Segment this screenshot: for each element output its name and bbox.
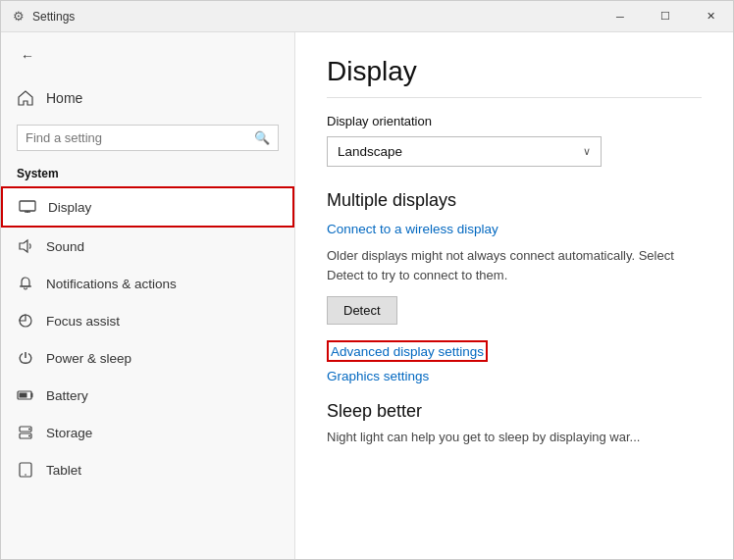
- sleep-title: Sleep better: [327, 401, 702, 422]
- sidebar-item-battery[interactable]: Battery: [1, 377, 294, 414]
- sidebar-section-label: System: [1, 163, 294, 186]
- sidebar-item-tablet-label: Tablet: [46, 463, 81, 478]
- focus-icon: [17, 312, 34, 330]
- sidebar-item-notifications-label: Notifications & actions: [46, 277, 177, 291]
- sleep-desc: Night light can help you get to sleep by…: [327, 428, 700, 447]
- notifications-icon: [17, 275, 34, 292]
- sidebar-item-home[interactable]: Home: [1, 79, 294, 117]
- titlebar-left: ⚙ Settings: [13, 9, 75, 24]
- home-icon: [17, 89, 34, 107]
- back-icon: ←: [21, 48, 34, 64]
- sidebar-item-sound[interactable]: Sound: [1, 228, 294, 265]
- storage-icon: [17, 424, 34, 441]
- minimize-button[interactable]: ─: [598, 1, 643, 32]
- sidebar-item-notifications[interactable]: Notifications & actions: [1, 265, 294, 302]
- sidebar: ← Home 🔍 System: [1, 32, 295, 559]
- page-title: Display: [327, 56, 702, 98]
- sidebar-nav-top: ←: [1, 32, 294, 79]
- detect-button[interactable]: Detect: [327, 296, 397, 325]
- search-box[interactable]: 🔍: [17, 125, 279, 151]
- display-icon: [19, 198, 36, 216]
- settings-window: ⚙ Settings ─ ☐ ✕ ← Home: [0, 0, 734, 560]
- sidebar-item-storage[interactable]: Storage: [1, 414, 294, 451]
- sidebar-item-tablet[interactable]: Tablet: [1, 451, 294, 488]
- sidebar-item-battery-label: Battery: [46, 388, 88, 403]
- titlebar: ⚙ Settings ─ ☐ ✕: [1, 1, 733, 32]
- orientation-dropdown[interactable]: Landscape ∨: [327, 136, 602, 167]
- svg-rect-0: [20, 201, 35, 211]
- sidebar-item-focus-label: Focus assist: [46, 314, 120, 329]
- sidebar-item-storage-label: Storage: [46, 426, 92, 440]
- search-input[interactable]: [26, 130, 248, 145]
- svg-point-11: [28, 435, 30, 437]
- older-displays-text: Older displays might not always connect …: [327, 246, 700, 284]
- titlebar-controls: ─ ☐ ✕: [598, 1, 733, 32]
- search-icon: 🔍: [254, 130, 270, 145]
- main-content: Display Display orientation Landscape ∨ …: [295, 32, 733, 559]
- tablet-icon: [17, 461, 34, 479]
- advanced-display-link[interactable]: Advanced display settings: [331, 344, 484, 359]
- sound-icon: [17, 237, 34, 255]
- settings-icon: ⚙: [13, 9, 25, 24]
- sidebar-item-sound-label: Sound: [46, 239, 84, 254]
- power-icon: [17, 349, 34, 367]
- battery-icon: [17, 386, 34, 404]
- sidebar-item-power-label: Power & sleep: [46, 351, 131, 366]
- svg-point-13: [25, 474, 26, 476]
- sidebar-item-display[interactable]: Display: [1, 186, 294, 228]
- sidebar-item-focus[interactable]: Focus assist: [1, 302, 294, 339]
- wireless-display-link[interactable]: Connect to a wireless display: [327, 222, 498, 236]
- content-area: ← Home 🔍 System: [1, 32, 733, 559]
- close-button[interactable]: ✕: [688, 1, 733, 32]
- sidebar-item-power[interactable]: Power & sleep: [1, 339, 294, 377]
- svg-marker-3: [20, 240, 27, 252]
- titlebar-title: Settings: [32, 10, 75, 24]
- svg-rect-7: [20, 393, 27, 398]
- graphics-settings-link[interactable]: Graphics settings: [327, 369, 429, 383]
- maximize-button[interactable]: ☐: [643, 1, 688, 32]
- orientation-label: Display orientation: [327, 114, 702, 128]
- back-button[interactable]: ←: [17, 44, 38, 68]
- multiple-displays-title: Multiple displays: [327, 190, 702, 211]
- advanced-display-settings-box: Advanced display settings: [327, 340, 488, 362]
- orientation-value: Landscape: [338, 144, 402, 159]
- chevron-down-icon: ∨: [583, 145, 591, 158]
- sidebar-item-display-label: Display: [48, 200, 91, 215]
- svg-point-10: [28, 429, 30, 431]
- home-label: Home: [46, 90, 82, 106]
